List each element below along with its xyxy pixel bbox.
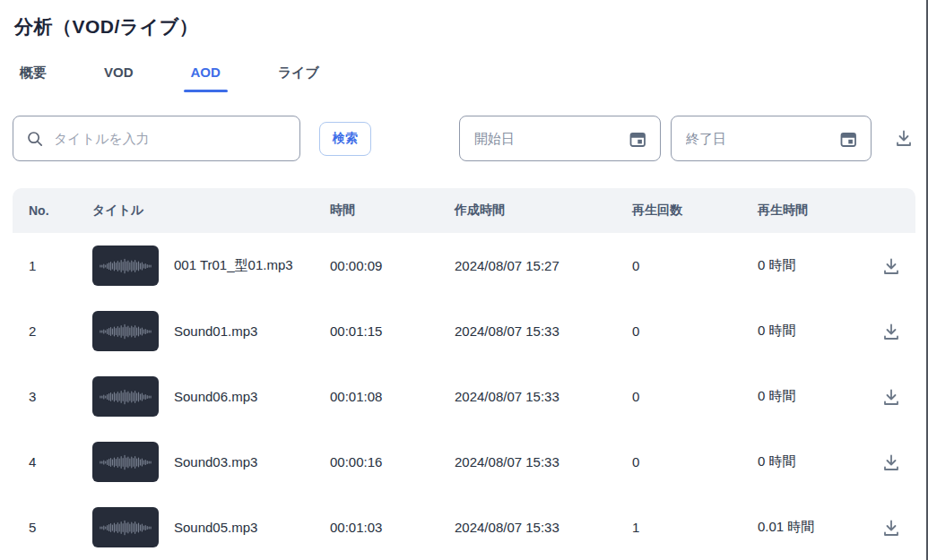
table-row: 3 Sound06.mp3 00:01:08 2024/08/07 15:33 … (13, 364, 915, 429)
tab-aod[interactable]: AOD (184, 65, 228, 92)
search-icon (26, 130, 44, 148)
row-play-count: 0 (632, 258, 758, 273)
calendar-icon[interactable] (629, 130, 646, 148)
audio-title: Sound05.mp3 (174, 520, 257, 535)
row-play-time: 0.01 時間 (758, 519, 880, 536)
row-duration: 00:00:09 (330, 258, 455, 273)
row-duration: 00:01:08 (330, 389, 455, 404)
download-icon (893, 127, 915, 149)
tab-overview[interactable]: 概要 (13, 65, 54, 92)
page-title: 分析（VOD/ライブ） (14, 14, 198, 39)
table-header: No. タイトル 時間 作成時間 再生回数 再生時間 (13, 188, 915, 233)
audio-title: Sound06.mp3 (174, 389, 257, 404)
audio-waveform-thumbnail (92, 442, 159, 482)
row-download-button[interactable] (880, 452, 902, 473)
row-download-button[interactable] (880, 517, 902, 538)
tab-bar: 概要 VOD AOD ライブ (13, 65, 326, 92)
audio-waveform-thumbnail (92, 376, 159, 417)
audio-title: Sound01.mp3 (174, 323, 257, 339)
col-header-no: No. (29, 203, 92, 218)
search-button[interactable]: 検索 (319, 122, 371, 156)
search-input[interactable] (54, 131, 287, 146)
audio-title: 001 Tr01_型01.mp3 (174, 257, 293, 274)
download-icon (880, 321, 902, 342)
tab-vod[interactable]: VOD (97, 65, 141, 92)
col-header-duration: 時間 (330, 202, 455, 219)
download-icon (880, 386, 902, 408)
waveform-icon (98, 246, 153, 286)
end-date-input[interactable] (686, 131, 811, 146)
col-header-play-time: 再生時間 (758, 202, 880, 219)
download-icon (880, 517, 902, 538)
row-play-count: 0 (632, 323, 758, 339)
export-download-button[interactable] (892, 127, 915, 151)
aod-table: No. タイトル 時間 作成時間 再生回数 再生時間 1 001 Tr01_型0… (13, 188, 915, 560)
row-created: 2024/08/07 15:33 (455, 454, 632, 470)
start-date-input[interactable] (474, 131, 600, 146)
row-created: 2024/08/07 15:27 (455, 258, 632, 273)
audio-title: Sound03.mp3 (174, 454, 257, 470)
table-row: 1 001 Tr01_型01.mp3 00:00:09 2024/08/07 1… (13, 233, 915, 298)
row-play-time: 0 時間 (758, 257, 880, 274)
row-play-time: 0 時間 (758, 323, 880, 340)
waveform-icon (98, 312, 153, 351)
row-download-button[interactable] (880, 255, 902, 277)
row-no: 3 (29, 389, 92, 404)
tab-live[interactable]: ライブ (271, 65, 326, 92)
filter-bar: 検索 (0, 116, 928, 161)
start-date-box[interactable] (459, 116, 661, 161)
audio-waveform-thumbnail (92, 311, 159, 351)
audio-waveform-thumbnail (92, 507, 159, 547)
row-no: 1 (29, 258, 92, 273)
row-play-time: 0 時間 (758, 388, 880, 405)
row-created: 2024/08/07 15:33 (455, 389, 632, 404)
waveform-icon (98, 377, 153, 417)
col-header-title: タイトル (92, 202, 330, 219)
row-download-button[interactable] (880, 386, 902, 408)
waveform-icon (98, 443, 153, 482)
download-icon (880, 452, 902, 473)
table-row: 5 Sound05.mp3 00:01:03 2024/08/07 15:33 … (13, 495, 915, 560)
col-header-created: 作成時間 (455, 202, 632, 219)
row-no: 5 (29, 520, 92, 535)
row-play-time: 0 時間 (758, 453, 880, 470)
row-play-count: 0 (632, 454, 758, 470)
row-download-button[interactable] (880, 321, 902, 342)
row-created: 2024/08/07 15:33 (455, 520, 632, 535)
table-row: 2 Sound01.mp3 00:01:15 2024/08/07 15:33 … (13, 298, 915, 364)
row-duration: 00:00:16 (330, 454, 455, 470)
row-play-count: 0 (632, 389, 758, 404)
row-duration: 00:01:03 (330, 520, 455, 535)
table-row: 4 Sound03.mp3 00:00:16 2024/08/07 15:33 … (13, 429, 915, 495)
waveform-icon (98, 508, 153, 547)
row-play-count: 1 (632, 520, 758, 535)
calendar-icon[interactable] (839, 130, 857, 148)
row-duration: 00:01:15 (330, 323, 455, 339)
row-created: 2024/08/07 15:33 (455, 323, 632, 339)
row-no: 2 (29, 323, 92, 339)
download-icon (880, 255, 902, 277)
analytics-page: 分析（VOD/ライブ） 概要 VOD AOD ライブ 検索 No. (0, 0, 928, 560)
title-search-box[interactable] (13, 116, 300, 161)
end-date-box[interactable] (671, 116, 872, 161)
audio-waveform-thumbnail (92, 246, 159, 286)
row-no: 4 (29, 454, 92, 470)
col-header-play-count: 再生回数 (632, 202, 758, 219)
